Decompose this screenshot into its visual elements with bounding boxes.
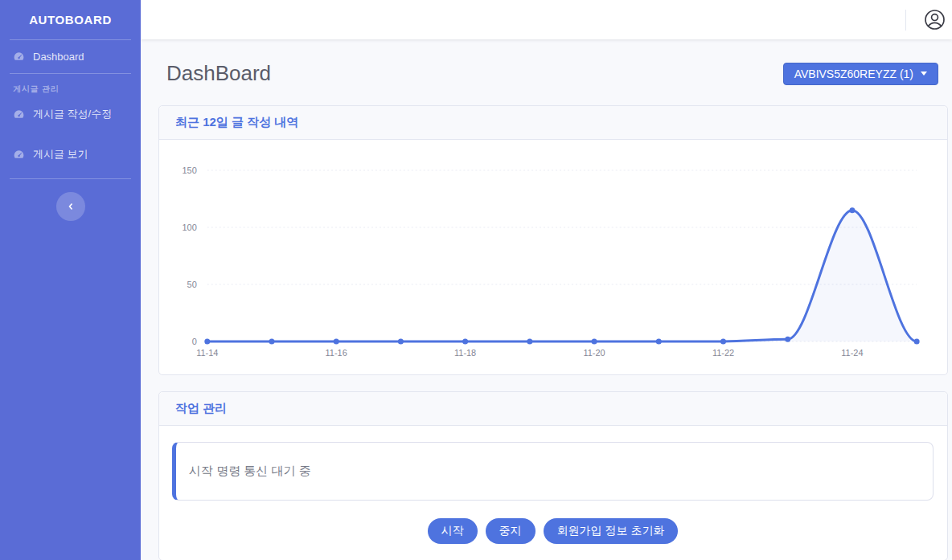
user-menu-button[interactable] xyxy=(924,9,946,31)
sidebar-item-dashboard[interactable]: Dashboard xyxy=(0,40,141,73)
caret-down-icon xyxy=(921,72,927,76)
tachometer-icon xyxy=(13,149,25,161)
brand-title: AUTOBOARD xyxy=(0,0,141,39)
svg-text:11-18: 11-18 xyxy=(454,348,476,358)
device-dropdown-button[interactable]: AVBIVS5Z60REYZZ (1) xyxy=(783,63,938,85)
app-window: AUTOBOARD Dashboard 게시글 관리 게시글 작성/수정 게시글… xyxy=(0,0,952,560)
svg-text:0: 0 xyxy=(192,337,197,346)
sidebar-item-label: 게시글 작성/수정 xyxy=(33,107,112,121)
reset-signup-info-button[interactable]: 회원가입 정보 초기화 xyxy=(544,518,679,544)
sidebar-collapse-button[interactable] xyxy=(56,192,85,221)
sidebar-item-label: Dashboard xyxy=(33,51,84,63)
tachometer-icon xyxy=(13,51,25,63)
sidebar-item-label: 게시글 보기 xyxy=(33,147,88,161)
topbar-divider xyxy=(905,10,906,31)
sidebar-section-label: 게시글 관리 xyxy=(13,84,128,95)
stop-button[interactable]: 중지 xyxy=(486,518,536,544)
topbar xyxy=(141,0,952,39)
start-button[interactable]: 시작 xyxy=(428,518,478,544)
svg-text:150: 150 xyxy=(183,166,197,175)
task-buttons-row: 시작 중지 회원가입 정보 초기화 xyxy=(172,518,934,552)
main-column: DashBoard AVBIVS5Z60REYZZ (1) 최근 12일 글 작… xyxy=(141,0,952,560)
svg-text:50: 50 xyxy=(187,280,197,289)
task-card-title: 작업 관리 xyxy=(159,392,947,426)
device-dropdown-label: AVBIVS5Z60REYZZ (1) xyxy=(794,67,913,80)
svg-text:11-20: 11-20 xyxy=(583,348,605,358)
sidebar-divider xyxy=(10,178,131,179)
sidebar: AUTOBOARD Dashboard 게시글 관리 게시글 작성/수정 게시글… xyxy=(0,0,141,560)
status-message-box: 시작 명령 통신 대기 중 xyxy=(172,442,934,501)
posts-line-chart: 05010015011-1411-1611-1811-2011-2211-24 xyxy=(159,140,947,374)
page-title: DashBoard xyxy=(166,61,271,86)
content-area: DashBoard AVBIVS5Z60REYZZ (1) 최근 12일 글 작… xyxy=(141,39,952,560)
task-management-card: 작업 관리 시작 명령 통신 대기 중 시작 중지 회원가입 정보 초기화 xyxy=(158,391,948,560)
svg-text:100: 100 xyxy=(183,223,197,232)
sidebar-item-post-write-edit[interactable]: 게시글 작성/수정 xyxy=(0,96,141,132)
tachometer-icon xyxy=(13,108,25,121)
chart-card-title: 최근 12일 글 작성 내역 xyxy=(159,106,947,140)
sidebar-item-post-view[interactable]: 게시글 보기 xyxy=(0,137,141,172)
svg-text:11-16: 11-16 xyxy=(326,348,347,358)
sidebar-divider xyxy=(10,73,131,74)
chevron-left-icon xyxy=(66,202,76,211)
status-message-text: 시작 명령 통신 대기 중 xyxy=(189,464,311,477)
svg-text:11-22: 11-22 xyxy=(712,348,734,358)
page-header: DashBoard AVBIVS5Z60REYZZ (1) xyxy=(158,61,948,86)
svg-text:11-24: 11-24 xyxy=(841,348,863,358)
person-circle-icon xyxy=(924,9,946,31)
recent-posts-chart-card: 최근 12일 글 작성 내역 05010015011-1411-1611-181… xyxy=(158,105,948,375)
svg-text:11-14: 11-14 xyxy=(196,348,218,358)
task-card-body: 시작 명령 통신 대기 중 시작 중지 회원가입 정보 초기화 xyxy=(159,426,947,560)
chart-card-body: 05010015011-1411-1611-1811-2011-2211-24 xyxy=(159,140,947,374)
